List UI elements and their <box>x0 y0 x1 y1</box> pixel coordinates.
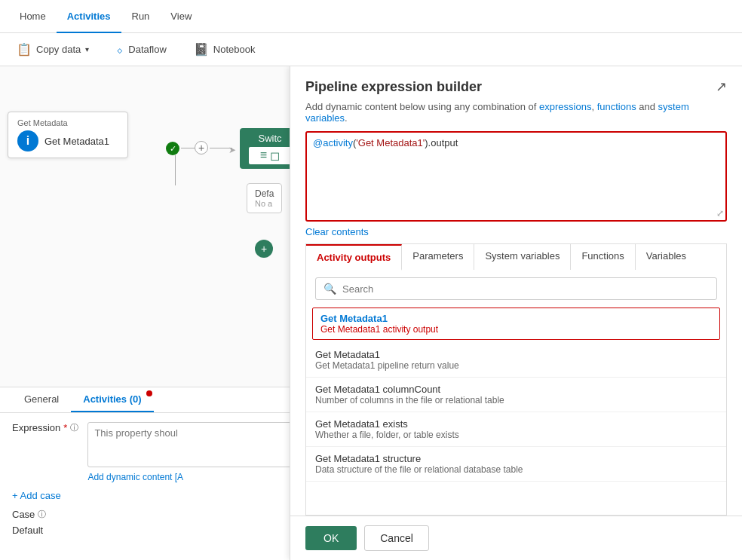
expression-builder-panel: Pipeline expression builder ↗ Add dynami… <box>290 66 742 560</box>
top-nav: Home Activities Run View <box>0 0 742 33</box>
case-label: Case ⓘ <box>12 509 46 520</box>
v-connector <box>175 155 176 185</box>
output-item-title: Get Metadata1 columnCount <box>315 384 717 395</box>
copy-icon: 📋 <box>17 42 32 57</box>
toolbar: 📋 Copy data ▾ ⬦ Dataflow 📓 Notebook <box>0 33 742 66</box>
get-metadata-node[interactable]: Get Metadata i Get Metadata1 <box>8 112 128 158</box>
panel-desc: Add dynamic content below using any comb… <box>290 101 742 131</box>
notebook-label: Notebook <box>213 44 256 55</box>
clear-contents-link[interactable]: Clear contents <box>290 226 742 243</box>
output-item[interactable]: Get Metadata1 columnCountNumber of colum… <box>306 378 726 412</box>
output-item[interactable]: Get Metadata1Get Metadata1 activity outp… <box>312 308 720 340</box>
search-icon: 🔍 <box>323 283 336 295</box>
expr-string: 'Get Metadata1' <box>356 137 425 148</box>
search-input[interactable] <box>342 283 709 295</box>
dataflow-icon: ⬦ <box>116 43 124 57</box>
cancel-button[interactable]: Cancel <box>364 525 429 551</box>
add-button-circle[interactable]: + <box>255 240 273 258</box>
panel-footer: OK Cancel <box>290 516 742 560</box>
notebook-button[interactable]: 📓 Notebook <box>186 39 263 60</box>
output-item-desc: Whether a file, folder, or table exists <box>315 430 717 440</box>
expr-at: @ <box>313 137 323 148</box>
panel-header: Pipeline expression builder ↗ <box>290 66 742 101</box>
nav-activities[interactable]: Activities <box>57 0 121 33</box>
tab-activities[interactable]: Activities (0) <box>71 387 153 412</box>
default-sub: No a <box>255 199 274 208</box>
add-connector[interactable]: + <box>195 141 208 155</box>
notebook-icon: 📓 <box>194 42 209 57</box>
output-item[interactable]: Get Metadata1 structureData structure of… <box>306 447 726 482</box>
case-info-icon: ⓘ <box>38 509 46 520</box>
default-node[interactable]: Defa No a <box>247 183 282 213</box>
panel-title: Pipeline expression builder <box>305 79 482 95</box>
output-item[interactable]: Get Metadata1 existsWhether a file, fold… <box>306 412 726 447</box>
output-item-desc: Get Metadata1 activity output <box>320 324 712 335</box>
output-item-title: Get Metadata1 exists <box>315 418 717 430</box>
expression-box[interactable]: @activity('Get Metadata1').output ⤢ <box>305 131 727 222</box>
default-row-label: Default <box>12 525 43 536</box>
main-area: Get Metadata i Get Metadata1 ✓ + ➤ Switc <box>0 66 742 560</box>
panel-tabs: Activity outputs Parameters System varia… <box>305 243 727 270</box>
expand-icon[interactable]: ↗ <box>716 78 727 95</box>
search-bar: 🔍 <box>315 277 717 300</box>
activity-node-title: Get Metadata <box>17 118 118 127</box>
output-item-desc: Get Metadata1 pipeline return value <box>315 360 717 371</box>
tab-system-variables[interactable]: System variables <box>474 244 571 270</box>
activity-node-body: i Get Metadata1 <box>17 130 118 151</box>
copy-data-label: Copy data <box>36 44 81 55</box>
tab-activity-outputs[interactable]: Activity outputs <box>306 244 402 271</box>
nav-home[interactable]: Home <box>9 0 57 33</box>
tab-badge <box>146 390 152 396</box>
ok-button[interactable]: OK <box>305 526 357 550</box>
expr-activity: activity <box>323 137 353 148</box>
func-link[interactable]: functions <box>597 101 636 112</box>
output-item-title: Get Metadata1 <box>315 349 717 360</box>
output-item-title: Get Metadata1 structure <box>315 453 717 464</box>
tab-general[interactable]: General <box>12 387 71 412</box>
tab-parameters[interactable]: Parameters <box>402 244 474 270</box>
output-items-container: Get Metadata1Get Metadata1 activity outp… <box>306 308 726 482</box>
switch-label: Switc <box>258 133 281 144</box>
output-item-desc: Number of columns in the file or relatio… <box>315 395 717 405</box>
nav-view[interactable]: View <box>160 0 202 33</box>
panel-content[interactable]: 🔍 Get Metadata1Get Metadata1 activity ou… <box>305 270 727 516</box>
dataflow-label: Dataflow <box>128 44 167 55</box>
activity-icon: i <box>17 130 38 151</box>
tab-functions[interactable]: Functions <box>571 244 635 270</box>
tab-activities-label: Activities (0) <box>83 393 141 405</box>
dropdown-icon: ▾ <box>85 45 89 54</box>
arrow-head: ➤ <box>228 145 236 155</box>
expression-code: @activity('Get Metadata1').output <box>313 137 719 149</box>
expr-link[interactable]: expressions <box>539 101 591 112</box>
info-icon: ⓘ <box>70 422 78 433</box>
default-label: Defa <box>255 188 274 199</box>
output-item-desc: Data structure of the file or relational… <box>315 464 717 475</box>
resize-handle[interactable]: ⤢ <box>716 208 724 219</box>
activity-node-name: Get Metadata1 <box>44 136 109 147</box>
tab-variables[interactable]: Variables <box>636 244 697 270</box>
output-item[interactable]: Get Metadata1Get Metadata1 pipeline retu… <box>306 343 726 378</box>
nav-run[interactable]: Run <box>121 0 161 33</box>
expression-label: Expression * ⓘ <box>12 422 78 433</box>
dataflow-button[interactable]: ⬦ Dataflow <box>109 40 174 60</box>
check-circle: ✓ <box>166 142 179 155</box>
required-star: * <box>63 422 67 433</box>
copy-data-button[interactable]: 📋 Copy data ▾ <box>9 39 97 60</box>
output-item-title: Get Metadata1 <box>320 313 712 324</box>
